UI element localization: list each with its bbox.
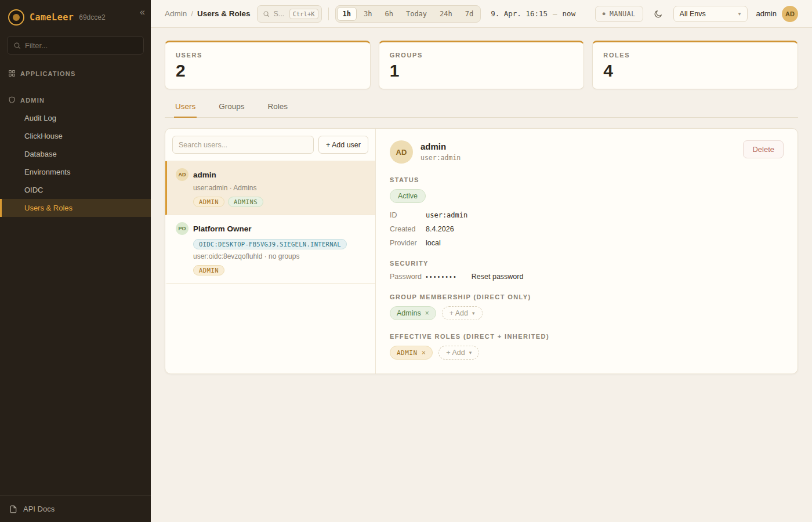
add-label: + Add: [449, 309, 468, 317]
global-search[interactable]: S... Ctrl+K: [257, 5, 322, 23]
password-row: Password •••••••• Reset password: [390, 273, 784, 281]
moon-icon: [654, 9, 663, 19]
user-list-column: + Add user AD admin user:admin · Admins …: [165, 129, 376, 374]
time-range-button-7d[interactable]: 7d: [459, 7, 479, 21]
user-item-name: Platform Owner: [193, 224, 252, 233]
detail-user-id: user:admin: [420, 154, 461, 162]
chevron-down-icon: ▾: [469, 350, 472, 356]
reset-password-link[interactable]: Reset password: [472, 273, 524, 281]
detail-fields: ID user:admin Created 8.4.2026 Provider …: [390, 211, 784, 247]
section-label: ADMIN: [20, 97, 45, 104]
oidc-provider-badge: OIDC:DESKTOP-FB5VGJ9.SIEGELN.INTERNAL: [193, 239, 347, 249]
status-badge: Active: [390, 189, 426, 203]
sidebar-item-environments[interactable]: Environments: [0, 163, 151, 181]
sidebar-filter-input[interactable]: [25, 41, 137, 50]
time-range-button-3h[interactable]: 3h: [358, 7, 378, 21]
field-label: ID: [390, 211, 426, 219]
manual-refresh-button[interactable]: ● MANUAL: [595, 6, 643, 22]
security-section-heading: SECURITY: [390, 260, 784, 267]
user-item-badges: ADMIN: [193, 265, 367, 276]
group-chip-admins: Admins ×: [390, 306, 436, 320]
add-group-button[interactable]: + Add ▾: [442, 306, 483, 320]
sidebar-item-users-roles[interactable]: Users & Roles: [0, 199, 151, 217]
stat-value: 4: [603, 61, 787, 81]
tab-roles[interactable]: Roles: [267, 102, 289, 118]
remove-icon[interactable]: ×: [422, 349, 426, 357]
add-label: + Add: [446, 349, 465, 357]
chevron-down-icon: ▾: [738, 10, 741, 17]
effective-roles-heading: EFFECTIVE ROLES (DIRECT + INHERITED): [390, 333, 784, 340]
add-role-button[interactable]: + Add ▾: [438, 346, 479, 360]
sidebar-filter: [7, 36, 144, 55]
chevron-down-icon: ▾: [472, 310, 475, 316]
user-list: AD admin user:admin · Admins ADMIN ADMIN…: [165, 161, 375, 284]
time-range-group: 1h 3h 6h Today 24h 7d: [335, 5, 481, 23]
sidebar-item-oidc[interactable]: OIDC: [0, 181, 151, 199]
remove-icon[interactable]: ×: [425, 309, 429, 317]
stat-value: 2: [176, 61, 360, 81]
grid-icon: [8, 70, 16, 77]
manual-label: MANUAL: [610, 10, 636, 18]
field-value: 8.4.2026: [426, 225, 454, 233]
role-badge: ADMIN: [193, 197, 224, 207]
top-bar: Admin / Users & Roles S... Ctrl+K 1h 3h …: [151, 0, 812, 28]
environment-select[interactable]: All Envs ▾: [673, 6, 748, 22]
group-badge: ADMINS: [228, 197, 263, 207]
user-list-item-admin[interactable]: AD admin user:admin · Admins ADMIN ADMIN…: [165, 161, 375, 215]
sidebar-section-applications[interactable]: APPLICATIONS: [0, 64, 151, 82]
time-start: 9. Apr. 16:15: [491, 9, 548, 18]
app-title: CameLeer: [30, 12, 74, 23]
breadcrumb-admin-link[interactable]: Admin: [165, 9, 187, 18]
group-chips-row: Admins × + Add ▾: [390, 306, 784, 320]
logo-row: CameLeer 69dcce2 «: [0, 0, 151, 35]
status-dot-icon: ●: [603, 11, 606, 16]
sidebar-item-clickhouse[interactable]: ClickHouse: [0, 127, 151, 145]
sidebar-item-audit-log[interactable]: Audit Log: [0, 109, 151, 127]
detail-identity: admin user:admin: [420, 140, 461, 162]
user-list-item-platform-owner[interactable]: PO Platform Owner OIDC:DESKTOP-FB5VGJ9.S…: [165, 215, 375, 284]
header-divider: [328, 8, 329, 20]
stat-label: USERS: [176, 52, 360, 59]
add-user-button[interactable]: + Add user: [318, 136, 368, 154]
api-docs-link[interactable]: API Docs: [0, 495, 151, 522]
user-item-badges: ADMIN ADMINS: [193, 197, 367, 207]
avatar: AD: [390, 140, 413, 164]
header-user-name: admin: [756, 9, 777, 18]
time-separator: —: [553, 9, 557, 18]
user-search-input[interactable]: [172, 136, 314, 154]
chip-label: ADMIN: [397, 349, 418, 357]
section-label: APPLICATIONS: [20, 70, 75, 77]
file-icon: [9, 505, 17, 513]
avatar: AD: [176, 168, 188, 181]
field-label: Created: [390, 225, 426, 233]
delete-user-button[interactable]: Delete: [743, 140, 784, 158]
time-range-button-today[interactable]: Today: [400, 7, 433, 21]
field-value: local: [426, 239, 441, 247]
sidebar-collapse-button[interactable]: «: [140, 8, 145, 17]
time-range-button-24h[interactable]: 24h: [434, 7, 458, 21]
status-section-heading: STATUS: [390, 176, 784, 183]
field-value: user:admin: [426, 211, 467, 219]
sidebar-item-database[interactable]: Database: [0, 145, 151, 163]
tab-groups[interactable]: Groups: [217, 102, 245, 118]
role-chips-row: ADMIN × + Add ▾: [390, 346, 784, 360]
time-range-button-1h[interactable]: 1h: [337, 7, 357, 21]
stat-card-roles: ROLES 4: [592, 41, 798, 89]
user-menu[interactable]: admin AD: [756, 6, 798, 22]
app-instance-id: 69dcce2: [79, 13, 105, 21]
detail-user-name: admin: [420, 142, 461, 151]
sidebar-section-admin[interactable]: ADMIN: [0, 90, 151, 109]
stat-card-users: USERS 2: [165, 41, 371, 89]
role-badge: ADMIN: [193, 265, 224, 276]
search-icon: [13, 42, 21, 49]
stat-label: GROUPS: [390, 52, 574, 59]
tab-users[interactable]: Users: [174, 102, 197, 118]
time-range-button-6h[interactable]: 6h: [379, 7, 398, 21]
stat-label: ROLES: [603, 52, 787, 59]
provider-field: Provider local: [390, 239, 784, 247]
avatar: AD: [782, 6, 798, 22]
user-list-tools: + Add user: [165, 129, 375, 161]
detail-header: AD admin user:admin Delete: [390, 140, 784, 164]
dark-mode-toggle[interactable]: [650, 5, 667, 23]
password-label: Password: [390, 273, 426, 281]
